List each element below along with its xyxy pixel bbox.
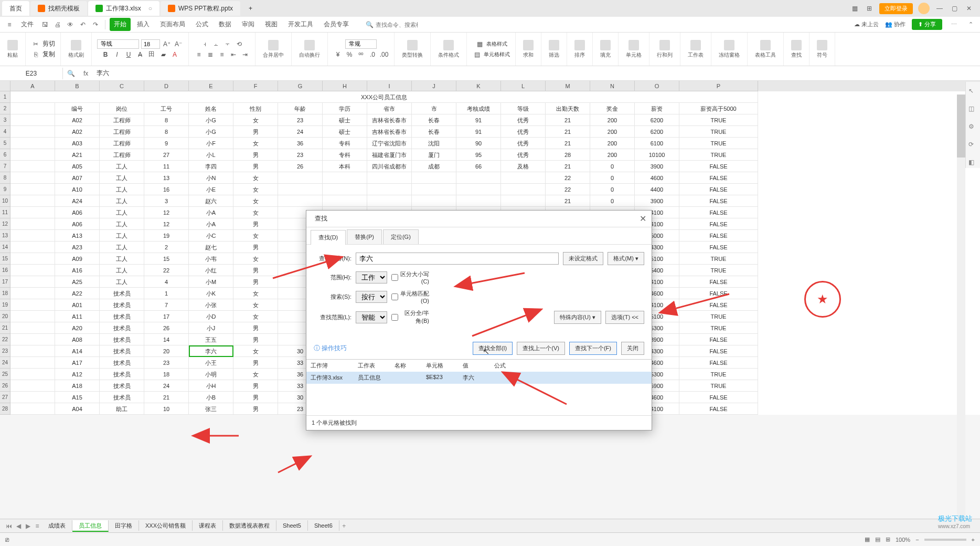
cell[interactable]: 女: [233, 195, 278, 207]
cell[interactable]: 及格: [501, 161, 546, 172]
row-header[interactable]: 9: [0, 184, 10, 195]
save-icon[interactable]: 🖫: [40, 19, 50, 30]
cell[interactable]: 技术员: [100, 345, 144, 357]
font-grow-icon[interactable]: A⁺: [162, 39, 172, 49]
cell[interactable]: FALSE: [679, 345, 758, 357]
window-restore-icon[interactable]: ▢: [950, 4, 959, 13]
fx-label[interactable]: fx: [79, 70, 92, 77]
cond-format-button[interactable]: 条件格式: [436, 39, 461, 60]
tab-close-icon[interactable]: ○: [148, 5, 152, 12]
cell[interactable]: 女: [233, 369, 278, 380]
zoom-value[interactable]: 100%: [896, 537, 910, 543]
col-E[interactable]: E: [189, 81, 233, 91]
bold-button[interactable]: B: [101, 50, 110, 59]
cell[interactable]: 专科: [323, 138, 367, 149]
cell[interactable]: 23: [278, 149, 323, 161]
fill-color-button[interactable]: ▰: [158, 50, 168, 59]
select-all-corner[interactable]: [0, 81, 10, 91]
cell[interactable]: 男: [233, 403, 278, 415]
copy-icon[interactable]: ⎘: [31, 50, 40, 59]
cell[interactable]: [412, 184, 456, 195]
row-header[interactable]: 12: [0, 218, 10, 230]
cell[interactable]: 91: [456, 114, 501, 126]
cell[interactable]: [501, 184, 546, 195]
cell[interactable]: 91: [456, 126, 501, 138]
cell[interactable]: 0: [590, 184, 635, 195]
find-content-input[interactable]: [356, 253, 559, 265]
cell[interactable]: 小红: [189, 265, 233, 276]
rh-cell[interactable]: 单元格: [422, 360, 459, 372]
col-J[interactable]: J: [412, 81, 456, 91]
col-I[interactable]: I: [367, 81, 412, 91]
login-button[interactable]: 立即登录: [879, 3, 913, 14]
cell[interactable]: 7: [144, 299, 189, 311]
cell[interactable]: 女: [233, 345, 278, 357]
cell[interactable]: 小张: [189, 299, 233, 311]
cell[interactable]: A06: [55, 218, 100, 230]
header-cell[interactable]: 等级: [501, 103, 546, 114]
rh-formula[interactable]: 公式: [490, 360, 521, 372]
col-L[interactable]: L: [501, 81, 546, 91]
row-header[interactable]: 8: [0, 172, 10, 184]
header-cell[interactable]: 性别: [233, 103, 278, 114]
tab-find[interactable]: 查找(D): [311, 230, 346, 245]
whole-cell-checkbox[interactable]: 单元格匹配(O): [391, 290, 429, 304]
orientation-icon[interactable]: ⟲: [235, 39, 244, 49]
cell[interactable]: 0: [590, 161, 635, 172]
cell[interactable]: 12: [144, 207, 189, 218]
cell[interactable]: 助工: [100, 403, 144, 415]
header-cell[interactable]: 编号: [55, 103, 100, 114]
row-header[interactable]: 16: [0, 265, 10, 276]
cell[interactable]: TRUE: [679, 149, 758, 161]
menu-dev[interactable]: 开发工具: [284, 18, 317, 31]
cell[interactable]: [456, 172, 501, 184]
cell[interactable]: 3: [144, 195, 189, 207]
tab-template[interactable]: 找稻壳模板: [30, 1, 87, 16]
cell[interactable]: 小M: [189, 276, 233, 288]
cell[interactable]: 厦门: [412, 149, 456, 161]
cell[interactable]: 专科: [323, 149, 367, 161]
cell[interactable]: 小C: [189, 230, 233, 242]
cell[interactable]: TRUE: [679, 126, 758, 138]
cell[interactable]: 小G: [189, 126, 233, 138]
number-format-select[interactable]: [345, 39, 377, 49]
lookin-select[interactable]: 智能: [356, 311, 387, 323]
row-header[interactable]: 2: [0, 103, 10, 114]
cell[interactable]: 小王: [189, 357, 233, 369]
cell[interactable]: 12: [144, 218, 189, 230]
window-minimize-icon[interactable]: —: [935, 4, 944, 13]
cell[interactable]: 女: [233, 184, 278, 195]
row-header[interactable]: 17: [0, 276, 10, 288]
cell[interactable]: 13: [144, 172, 189, 184]
cell[interactable]: [323, 172, 367, 184]
cell[interactable]: 工程师: [100, 138, 144, 149]
cell[interactable]: 技术员: [100, 299, 144, 311]
cell[interactable]: A09: [55, 253, 100, 265]
cell[interactable]: TRUE: [679, 114, 758, 126]
cell[interactable]: FALSE: [679, 230, 758, 242]
cell[interactable]: TRUE: [679, 265, 758, 276]
header-cell[interactable]: 工号: [144, 103, 189, 114]
cell[interactable]: TRUE: [679, 380, 758, 392]
cell[interactable]: 200: [590, 138, 635, 149]
fill-button[interactable]: 填充: [598, 39, 613, 60]
cell[interactable]: 技术员: [100, 334, 144, 345]
cell[interactable]: 26: [144, 322, 189, 334]
cell[interactable]: 21: [546, 138, 590, 149]
rh-name[interactable]: 名称: [390, 360, 422, 372]
cell[interactable]: [367, 195, 412, 207]
cell[interactable]: 10100: [635, 149, 679, 161]
cell[interactable]: 工人: [100, 161, 144, 172]
close-button[interactable]: 关闭: [621, 342, 644, 355]
cell[interactable]: 22: [546, 184, 590, 195]
cell[interactable]: 硕士: [323, 126, 367, 138]
cell[interactable]: A11: [55, 311, 100, 322]
coop-button[interactable]: 👥 协作: [885, 20, 906, 28]
cell[interactable]: 小G: [189, 114, 233, 126]
cell[interactable]: 吉林省长春市: [367, 114, 412, 126]
cell[interactable]: A23: [55, 242, 100, 253]
cell[interactable]: 工人: [100, 195, 144, 207]
cell[interactable]: 四川省成都市: [367, 161, 412, 172]
dialog-close-icon[interactable]: ✕: [640, 214, 646, 224]
rh-value[interactable]: 值: [459, 360, 490, 372]
